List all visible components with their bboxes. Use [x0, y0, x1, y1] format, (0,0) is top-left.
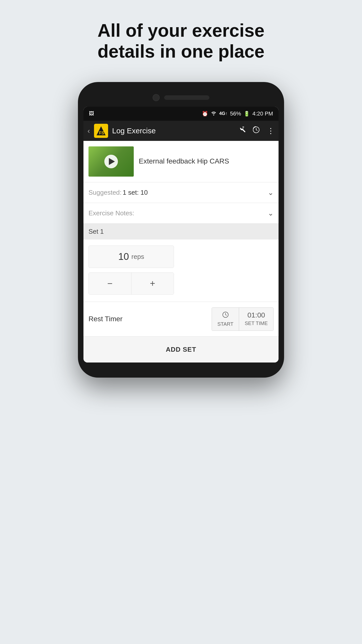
wrench-icon[interactable]: [238, 126, 245, 135]
app-bar: ‹ FS Log Exercise: [83, 121, 279, 141]
set-title: Set 1: [88, 228, 104, 235]
rest-timer-buttons: START 01:00 SET TIME: [212, 307, 274, 331]
decrement-reps-button[interactable]: −: [89, 273, 131, 294]
phone-top-bar: [83, 90, 279, 107]
reps-value: 10: [118, 251, 129, 262]
exercise-name: External feedback Hip CARS: [139, 157, 229, 166]
increment-reps-button[interactable]: +: [131, 273, 174, 294]
app-logo: FS: [94, 124, 108, 138]
signal-icon: 4G↑: [219, 111, 228, 116]
start-label: START: [217, 321, 234, 327]
start-timer-button[interactable]: START: [212, 308, 239, 331]
phone-screen: 🖼 ⏰ 4G↑ 56% 🔋 4:20 PM ‹: [83, 107, 279, 363]
set-time-label: SET TIME: [245, 320, 268, 326]
reps-display: 10 reps: [88, 246, 174, 268]
timer-clock-icon: [222, 311, 229, 320]
exercise-notes-label: Exercise Notes:: [88, 209, 134, 217]
exercise-thumbnail[interactable]: [88, 146, 134, 177]
rest-timer-label: Rest Timer: [88, 315, 122, 323]
suggested-value: 1 set: 10: [123, 189, 148, 196]
rest-timer-row: Rest Timer START 01:00 SET TIME: [83, 302, 279, 336]
page-heading: All of your exercise details in one plac…: [78, 20, 284, 62]
reps-controls: − +: [88, 272, 174, 295]
battery-percent: 56%: [230, 110, 241, 117]
set-time-button[interactable]: 01:00 SET TIME: [239, 308, 273, 331]
suggested-label: Suggested:: [88, 189, 122, 196]
timer-time-value: 01:00: [247, 311, 265, 319]
app-title: Log Exercise: [112, 127, 234, 135]
app-bar-actions: ⋮: [238, 126, 275, 135]
history-icon[interactable]: [252, 126, 260, 135]
back-button[interactable]: ‹: [87, 127, 90, 135]
status-left: 🖼: [89, 111, 94, 116]
status-bar: 🖼 ⏰ 4G↑ 56% 🔋 4:20 PM: [83, 107, 279, 121]
add-set-label: ADD SET: [166, 346, 196, 353]
more-options-icon[interactable]: ⋮: [267, 126, 275, 135]
exercise-notes-row[interactable]: Exercise Notes: ⌄: [83, 203, 279, 223]
image-notification-icon: 🖼: [89, 111, 94, 116]
notes-chevron-icon[interactable]: ⌄: [268, 209, 274, 217]
alarm-icon: ⏰: [202, 111, 208, 117]
set-section-header: Set 1: [83, 224, 279, 239]
wifi-icon: [211, 110, 217, 117]
reps-unit: reps: [131, 253, 144, 261]
status-time: 4:20 PM: [252, 110, 273, 117]
phone-speaker: [164, 95, 209, 100]
set-card: 10 reps − +: [83, 239, 279, 302]
battery-icon: 🔋: [244, 111, 250, 117]
phone-shell: 🖼 ⏰ 4G↑ 56% 🔋 4:20 PM ‹: [78, 82, 284, 378]
status-right: ⏰ 4G↑ 56% 🔋 4:20 PM: [202, 110, 273, 117]
suggested-row[interactable]: Suggested: 1 set: 10 ⌄: [83, 182, 279, 203]
add-set-row[interactable]: ADD SET: [83, 336, 279, 363]
exercise-header: External feedback Hip CARS: [83, 141, 279, 182]
play-button[interactable]: [104, 155, 118, 168]
phone-camera: [153, 94, 160, 101]
play-triangle-icon: [109, 158, 115, 165]
svg-point-0: [213, 114, 214, 115]
suggested-chevron-icon[interactable]: ⌄: [268, 188, 274, 197]
svg-text:FS: FS: [99, 131, 104, 135]
